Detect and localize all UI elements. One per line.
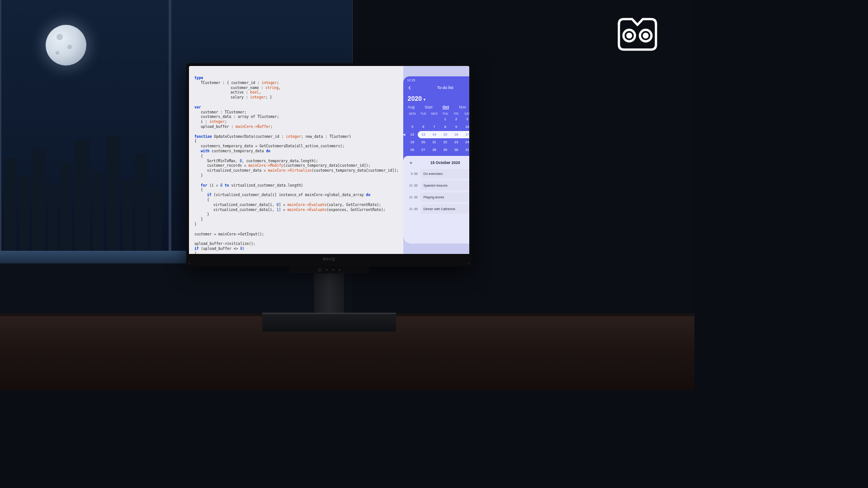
calendar-day[interactable]: 15 (441, 131, 450, 138)
task-row[interactable]: 21: 00Dinner with Catherine (407, 204, 469, 214)
calendar-day[interactable]: 19 (408, 139, 417, 145)
calendar-day[interactable]: 2 (452, 116, 461, 122)
task-pill[interactable]: Do exercises✓ (420, 169, 469, 178)
calendar-day[interactable]: 31 (462, 147, 469, 153)
month-tabs[interactable]: Aug Sept Oct Nov Dec (403, 104, 469, 112)
window-pane-left (0, 0, 170, 254)
code-editor[interactable]: type TCustomer : { customer_id : integer… (189, 66, 403, 254)
calendar-day[interactable]: 9 (452, 124, 461, 130)
screen: type TCustomer : { customer_id : integer… (189, 66, 469, 254)
month-sept[interactable]: Sept (425, 105, 433, 109)
phone-mock: 12:35 ▲ ◉ ▮ To-do list (403, 76, 469, 244)
monitor-control-bar (289, 267, 369, 273)
scene-root: type TCustomer : { customer_id : integer… (0, 0, 694, 390)
calendar-day[interactable]: 30 (452, 147, 461, 153)
add-task-button[interactable]: + (408, 160, 414, 165)
month-oct[interactable]: Oct (443, 105, 449, 109)
calendar-day[interactable]: 26 (408, 147, 417, 153)
calendar-grid[interactable]: ◀ ▶ 123456789101112131415161718192021222… (403, 115, 469, 156)
owl-logo (612, 16, 663, 53)
phone-statusbar: 12:35 ▲ ◉ ▮ (403, 76, 469, 83)
calendar-day[interactable]: 21 (430, 139, 439, 145)
back-icon[interactable] (407, 85, 413, 90)
calendar-day[interactable]: 1 (441, 116, 450, 122)
calendar-day[interactable]: 8 (441, 124, 450, 130)
moon (46, 25, 86, 66)
calendar-day[interactable]: 22 (441, 139, 450, 145)
task-pill[interactable]: Dinner with Catherine (420, 204, 469, 214)
task-row[interactable]: 9: 00Do exercises✓ (407, 169, 469, 178)
task-time: 21: 00 (407, 184, 418, 187)
calendar-day[interactable]: 29 (441, 147, 450, 153)
calendar-day[interactable]: 13 (419, 131, 428, 138)
task-pill[interactable]: Playing tennis✓ (420, 192, 469, 202)
monitor-stand-base (262, 314, 396, 332)
todo-panel: + 15 October 2020 ⋮ 9: 00Do exercises✓21… (403, 156, 469, 244)
calendar-day[interactable]: 24 (462, 139, 469, 145)
search-icon[interactable] (468, 96, 469, 101)
month-nov[interactable]: Nov (459, 105, 466, 109)
year-selector[interactable]: 2020 ▾ (408, 95, 425, 102)
task-row[interactable]: 21: 00Playing tennis✓ (407, 192, 469, 202)
app-title: To-do list (437, 85, 453, 90)
calendar-day[interactable]: 20 (419, 139, 428, 145)
calendar-day[interactable]: 10 (462, 124, 469, 130)
task-row[interactable]: 21: 00Spanish lessons✓ (407, 181, 469, 190)
task-label: Playing tennis (424, 195, 444, 199)
calendar-day[interactable]: 14 (430, 131, 439, 138)
calendar-day[interactable]: 5 (408, 124, 417, 130)
status-time: 12:35 (407, 79, 415, 82)
task-label: Dinner with Catherine (424, 207, 455, 211)
task-pill[interactable]: Spanish lessons✓ (420, 181, 469, 190)
calendar-day[interactable]: 23 (452, 139, 461, 145)
task-time: 21: 00 (407, 207, 418, 211)
preview-pane: 12:35 ▲ ◉ ▮ To-do list (403, 66, 469, 254)
svg-point-6 (627, 34, 631, 38)
calendar-day[interactable]: 16 (452, 131, 461, 138)
task-label: Do exercises (424, 172, 443, 176)
svg-point-7 (644, 34, 647, 38)
calendar-day[interactable]: 6 (419, 124, 428, 130)
task-time: 9: 00 (407, 172, 418, 175)
calendar-day[interactable]: 17 (462, 131, 469, 138)
calendar-daynames: MONTUEWEDTHUFRISATSUN (403, 112, 469, 115)
todo-date: 15 October 2020 (430, 160, 460, 165)
calendar-day[interactable]: 12 (408, 131, 417, 138)
task-time: 21: 00 (407, 196, 418, 199)
calendar-day[interactable]: 3 (462, 116, 469, 122)
cal-prev-icon[interactable]: ◀ (403, 131, 406, 138)
monitor-brand-label: BenQ (189, 254, 469, 264)
calendar-day[interactable]: 28 (430, 147, 439, 153)
monitor: type TCustomer : { customer_id : integer… (186, 63, 472, 267)
calendar-day[interactable]: 7 (430, 124, 439, 130)
task-label: Spanish lessons (424, 183, 448, 188)
month-aug[interactable]: Aug (408, 105, 415, 109)
calendar-day[interactable]: 27 (419, 147, 428, 153)
